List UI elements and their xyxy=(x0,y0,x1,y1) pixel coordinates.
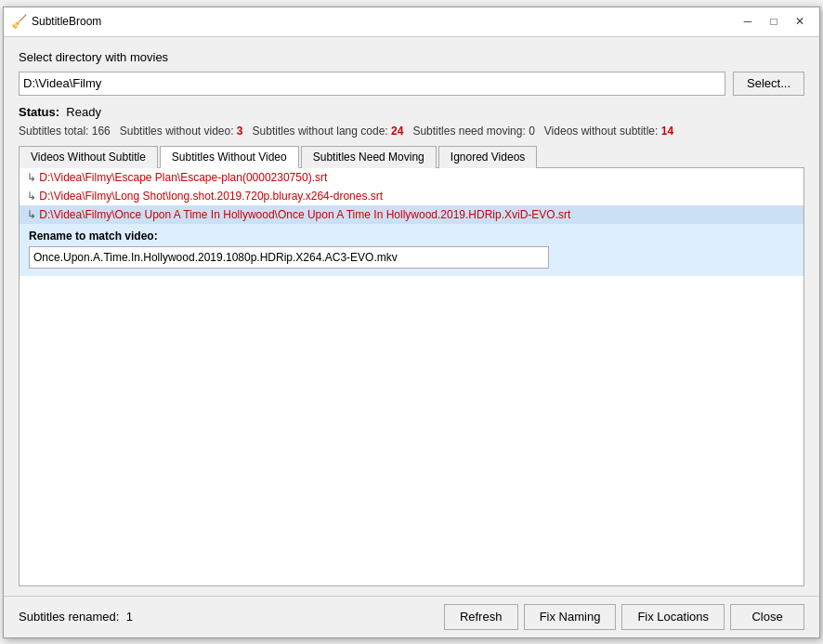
subtitles-total-value: 166 xyxy=(92,125,111,138)
tab-subtitles-without-video[interactable]: Subtitles Without Video xyxy=(160,146,299,168)
title-bar: 🧹 SubtitleBroom ─ □ ✕ xyxy=(4,7,819,37)
stats-row: Subtitles total: 166 Subtitles without v… xyxy=(19,125,804,138)
directory-row: Select... xyxy=(19,72,804,96)
rename-input[interactable] xyxy=(29,246,549,269)
close-window-button[interactable]: ✕ xyxy=(788,9,812,33)
tabs-row: Videos Without Subtitle Subtitles Withou… xyxy=(19,145,804,168)
directory-label: Select directory with movies xyxy=(19,50,804,64)
fix-naming-button[interactable]: Fix Naming xyxy=(524,604,617,630)
list-container[interactable]: D:\Videa\Filmy\Escape Plan\Escape-plan(0… xyxy=(19,168,804,586)
close-button[interactable]: Close xyxy=(730,604,804,630)
subtitles-without-lang-value: 24 xyxy=(391,125,403,138)
rename-label: Rename to match video: xyxy=(29,230,794,243)
main-window: 🧹 SubtitleBroom ─ □ ✕ Select directory w… xyxy=(3,7,820,638)
list-item-selected[interactable]: D:\Videa\Filmy\Once Upon A Time In Holly… xyxy=(20,205,803,224)
title-bar-buttons: ─ □ ✕ xyxy=(736,9,812,33)
minimize-button[interactable]: ─ xyxy=(736,9,760,33)
subtitles-need-moving-label: Subtitles need moving: xyxy=(412,125,525,138)
subtitles-without-lang-label: Subtitles without lang code: xyxy=(253,125,388,138)
subtitles-without-video-label: Subtitles without video: xyxy=(120,125,234,138)
maximize-button[interactable]: □ xyxy=(762,9,786,33)
subtitles-need-moving-value: 0 xyxy=(529,125,535,138)
directory-input[interactable] xyxy=(19,72,725,96)
select-button[interactable]: Select... xyxy=(733,72,804,96)
videos-without-subtitle-label: Videos without subtitle: xyxy=(544,125,659,138)
videos-without-subtitle-value: 14 xyxy=(661,125,673,138)
list-item[interactable]: D:\Videa\Filmy\Escape Plan\Escape-plan(0… xyxy=(20,168,803,187)
subtitles-renamed-label: Subtitles renamed: xyxy=(19,610,119,624)
app-icon: 🧹 xyxy=(11,14,26,29)
tab-videos-without-subtitle[interactable]: Videos Without Subtitle xyxy=(19,146,158,168)
footer-status: Subtitles renamed: 1 xyxy=(19,610,444,624)
subtitles-without-video-value: 3 xyxy=(237,125,243,138)
status-label: Status: xyxy=(19,105,59,119)
tab-ignored-videos[interactable]: Ignored Videos xyxy=(438,146,538,168)
fix-locations-button[interactable]: Fix Locations xyxy=(621,604,725,630)
content-area: Select directory with movies Select... S… xyxy=(4,37,819,596)
subtitles-total-label: Subtitles total: xyxy=(19,125,88,138)
title-bar-text: SubtitleBroom xyxy=(32,15,736,28)
list-item[interactable]: D:\Videa\Filmy\Long Shot\long.shot.2019.… xyxy=(20,187,803,205)
footer: Subtitles renamed: 1 Refresh Fix Naming … xyxy=(4,596,819,637)
footer-buttons: Refresh Fix Naming Fix Locations Close xyxy=(444,604,804,630)
status-value: Ready xyxy=(66,105,101,119)
rename-section: Rename to match video: xyxy=(20,224,803,276)
status-row: Status: Ready xyxy=(19,105,804,119)
subtitles-renamed-value: 1 xyxy=(126,610,133,624)
refresh-button[interactable]: Refresh xyxy=(444,604,518,630)
tab-subtitles-need-moving[interactable]: Subtitles Need Moving xyxy=(301,146,437,168)
